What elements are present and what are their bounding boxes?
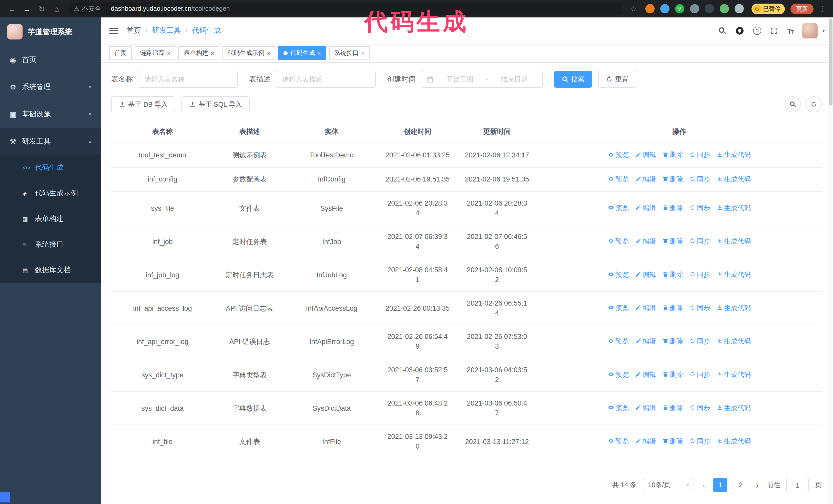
page-button-1[interactable]: 1 xyxy=(713,478,728,492)
delete-link[interactable]: 删除 xyxy=(662,436,683,446)
edit-link[interactable]: 编辑 xyxy=(635,236,656,246)
search-button[interactable]: 搜索 xyxy=(554,71,592,88)
tab-api[interactable]: 系统接口 × xyxy=(329,46,370,60)
import-sql-button[interactable]: 基于 SQL 导入 xyxy=(182,96,250,112)
sidebar-item-infra[interactable]: ▣ 基础设施 ▾ xyxy=(0,100,101,128)
help-icon[interactable]: ? xyxy=(753,27,761,35)
tab-form-builder[interactable]: 表单构建 × xyxy=(178,46,219,60)
close-icon[interactable]: × xyxy=(167,50,170,56)
breadcrumb-home[interactable]: 首页 xyxy=(127,26,141,35)
extension-fox-icon[interactable] xyxy=(645,4,654,13)
sync-link[interactable]: 同步 xyxy=(689,370,710,379)
import-db-button[interactable]: 基于 DB 导入 xyxy=(111,96,175,112)
delete-link[interactable]: 删除 xyxy=(662,370,683,379)
close-icon[interactable]: × xyxy=(317,50,321,56)
extension-users-icon[interactable] xyxy=(690,4,699,13)
date-range-picker[interactable]: 开始日期 - 结束日期 xyxy=(421,71,543,88)
extension-puzzle-icon[interactable] xyxy=(734,4,743,13)
preview-link[interactable]: 预览 xyxy=(608,203,629,213)
forward-icon[interactable]: → xyxy=(20,2,34,16)
sync-link[interactable]: 同步 xyxy=(689,303,710,313)
edit-link[interactable]: 编辑 xyxy=(635,336,656,346)
page-button-2[interactable]: 2 xyxy=(734,478,748,492)
generate-code-link[interactable]: 生成代码 xyxy=(716,270,751,280)
fullscreen-icon[interactable] xyxy=(770,27,778,35)
sync-link[interactable]: 同步 xyxy=(689,236,710,246)
home-icon[interactable]: ⌂ xyxy=(50,2,64,16)
tab-codegen[interactable]: 代码生成 × xyxy=(279,46,326,60)
delete-link[interactable]: 删除 xyxy=(662,150,683,160)
breadcrumb-devtools[interactable]: 研发工具 xyxy=(152,26,181,35)
preview-link[interactable]: 预览 xyxy=(608,270,629,280)
edit-link[interactable]: 编辑 xyxy=(635,174,656,184)
user-avatar[interactable] xyxy=(803,23,818,39)
sidebar-item-db-doc[interactable]: ▤ 数据库文档 xyxy=(0,257,101,283)
preview-link[interactable]: 预览 xyxy=(608,174,629,184)
search-icon[interactable] xyxy=(718,27,727,35)
update-button[interactable]: 更新 xyxy=(790,3,813,14)
scrollbar-thumb[interactable] xyxy=(829,19,832,105)
edit-link[interactable]: 编辑 xyxy=(635,436,656,446)
tab-tracing[interactable]: 链路追踪 × xyxy=(135,46,175,60)
next-page-button[interactable]: › xyxy=(754,481,761,489)
goto-page-input[interactable] xyxy=(786,478,809,492)
close-icon[interactable]: × xyxy=(361,50,365,56)
delete-link[interactable]: 删除 xyxy=(662,236,683,246)
generate-code-link[interactable]: 生成代码 xyxy=(716,370,751,379)
delete-link[interactable]: 删除 xyxy=(662,270,683,280)
refresh-table-button[interactable] xyxy=(806,96,822,112)
address-bar[interactable]: ⚠ 不安全 dashboard.yudao.iocoder.cn/tool/co… xyxy=(69,2,622,15)
extension-v-icon[interactable]: V xyxy=(675,4,684,13)
collapse-sidebar-icon[interactable] xyxy=(109,28,118,34)
generate-code-link[interactable]: 生成代码 xyxy=(716,336,751,346)
profile-paused-badge[interactable]: ☺ 已暂停 xyxy=(751,3,785,14)
sync-link[interactable]: 同步 xyxy=(689,150,710,160)
bookmark-star-icon[interactable]: ☆ xyxy=(630,5,637,13)
preview-link[interactable]: 预览 xyxy=(608,370,629,379)
font-size-icon[interactable]: TT xyxy=(787,26,794,35)
preview-link[interactable]: 预览 xyxy=(608,150,629,160)
preview-link[interactable]: 预览 xyxy=(608,336,629,346)
delete-link[interactable]: 删除 xyxy=(662,203,683,213)
sidebar-item-home[interactable]: ◉ 首页 xyxy=(0,46,101,73)
preview-link[interactable]: 预览 xyxy=(608,436,629,446)
sidebar-logo[interactable]: 芋道管理系统 xyxy=(0,18,101,46)
sidebar-item-devtools[interactable]: ⚒ 研发工具 ▴ xyxy=(0,128,101,155)
table-name-input[interactable] xyxy=(138,71,238,88)
tab-home[interactable]: 首页 xyxy=(109,46,132,60)
sidebar-item-api[interactable]: ≡ 系统接口 xyxy=(0,232,101,257)
page-scrollbar[interactable] xyxy=(828,18,833,504)
edit-link[interactable]: 编辑 xyxy=(635,150,656,160)
github-icon[interactable] xyxy=(735,26,744,35)
generate-code-link[interactable]: 生成代码 xyxy=(716,236,751,246)
reload-icon[interactable]: ↻ xyxy=(35,2,49,16)
edit-link[interactable]: 编辑 xyxy=(635,370,656,379)
edit-link[interactable]: 编辑 xyxy=(635,270,656,280)
sidebar-item-system[interactable]: ⚙ 系统管理 ▾ xyxy=(0,73,101,100)
extension-drop-icon[interactable] xyxy=(660,4,669,13)
edit-link[interactable]: 编辑 xyxy=(635,203,656,213)
back-icon[interactable]: ← xyxy=(5,2,19,16)
edit-link[interactable]: 编辑 xyxy=(635,303,656,313)
toggle-search-button[interactable] xyxy=(785,96,801,112)
generate-code-link[interactable]: 生成代码 xyxy=(716,303,751,313)
sync-link[interactable]: 同步 xyxy=(689,436,710,446)
table-desc-input[interactable] xyxy=(276,71,376,88)
generate-code-link[interactable]: 生成代码 xyxy=(716,203,751,213)
sync-link[interactable]: 同步 xyxy=(689,203,710,213)
close-icon[interactable]: × xyxy=(267,50,270,56)
sync-link[interactable]: 同步 xyxy=(689,403,710,413)
delete-link[interactable]: 删除 xyxy=(662,336,683,346)
delete-link[interactable]: 删除 xyxy=(662,303,683,313)
preview-link[interactable]: 预览 xyxy=(608,403,629,413)
generate-code-link[interactable]: 生成代码 xyxy=(716,436,751,446)
generate-code-link[interactable]: 生成代码 xyxy=(716,174,751,184)
sidebar-item-codegen[interactable]: </> 代码生成 xyxy=(0,155,101,181)
sidebar-item-codegen-demo[interactable]: ◈ 代码生成示例 xyxy=(0,181,101,206)
reset-button[interactable]: 重置 xyxy=(598,71,636,88)
extension-leaf-icon[interactable] xyxy=(719,4,729,13)
preview-link[interactable]: 预览 xyxy=(608,236,629,246)
generate-code-link[interactable]: 生成代码 xyxy=(716,150,751,160)
sync-link[interactable]: 同步 xyxy=(689,336,710,346)
tab-codegen-demo[interactable]: 代码生成示例 × xyxy=(222,46,276,60)
